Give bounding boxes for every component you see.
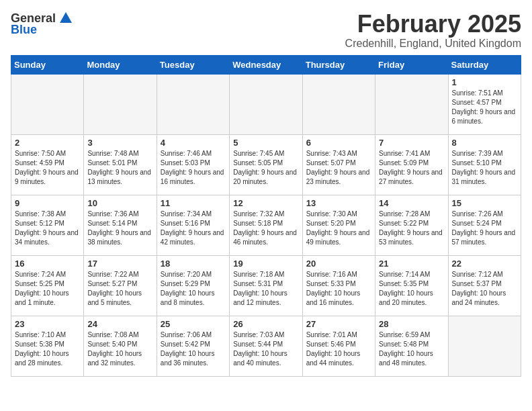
day-number: 17 xyxy=(87,259,152,269)
day-info: Sunrise: 7:51 AM Sunset: 4:57 PM Dayligh… xyxy=(452,89,517,126)
location-title: Credenhill, England, United Kingdom xyxy=(345,38,521,50)
calendar-cell: 18Sunrise: 7:20 AM Sunset: 5:29 PM Dayli… xyxy=(157,255,229,316)
day-number: 20 xyxy=(306,259,371,269)
svg-marker-0 xyxy=(60,12,72,23)
calendar-cell: 13Sunrise: 7:30 AM Sunset: 5:20 PM Dayli… xyxy=(302,195,375,255)
day-number: 19 xyxy=(233,259,298,269)
week-row-1: 1Sunrise: 7:51 AM Sunset: 4:57 PM Daylig… xyxy=(11,74,521,134)
day-info: Sunrise: 7:26 AM Sunset: 5:24 PM Dayligh… xyxy=(452,210,517,247)
day-info: Sunrise: 7:34 AM Sunset: 5:16 PM Dayligh… xyxy=(161,210,226,247)
calendar-cell xyxy=(302,74,375,134)
week-row-2: 2Sunrise: 7:50 AM Sunset: 4:59 PM Daylig… xyxy=(11,134,521,195)
day-number: 26 xyxy=(233,319,298,329)
calendar-cell: 15Sunrise: 7:26 AM Sunset: 5:24 PM Dayli… xyxy=(448,195,521,255)
day-number: 23 xyxy=(15,319,80,329)
day-number: 2 xyxy=(15,138,80,148)
calendar-cell: 17Sunrise: 7:22 AM Sunset: 5:27 PM Dayli… xyxy=(84,255,157,316)
day-info: Sunrise: 7:01 AM Sunset: 5:46 PM Dayligh… xyxy=(306,330,371,368)
header: General Blue February 2025 Credenhill, E… xyxy=(11,11,521,50)
day-info: Sunrise: 7:08 AM Sunset: 5:40 PM Dayligh… xyxy=(87,330,152,368)
day-info: Sunrise: 7:16 AM Sunset: 5:33 PM Dayligh… xyxy=(306,270,371,308)
day-number: 14 xyxy=(379,198,444,208)
calendar-cell: 3Sunrise: 7:48 AM Sunset: 5:01 PM Daylig… xyxy=(84,134,157,195)
day-info: Sunrise: 7:22 AM Sunset: 5:27 PM Dayligh… xyxy=(87,270,152,308)
calendar-weekday-monday: Monday xyxy=(84,55,157,74)
week-row-3: 9Sunrise: 7:38 AM Sunset: 5:12 PM Daylig… xyxy=(11,195,521,255)
calendar-weekday-thursday: Thursday xyxy=(302,55,375,74)
day-number: 10 xyxy=(87,198,152,208)
day-info: Sunrise: 6:59 AM Sunset: 5:48 PM Dayligh… xyxy=(379,330,444,368)
calendar-weekday-wednesday: Wednesday xyxy=(230,55,302,74)
calendar-cell: 4Sunrise: 7:46 AM Sunset: 5:03 PM Daylig… xyxy=(157,134,229,195)
day-info: Sunrise: 7:36 AM Sunset: 5:14 PM Dayligh… xyxy=(87,210,152,247)
day-number: 24 xyxy=(87,319,152,329)
day-info: Sunrise: 7:20 AM Sunset: 5:29 PM Dayligh… xyxy=(161,270,226,308)
day-info: Sunrise: 7:18 AM Sunset: 5:31 PM Dayligh… xyxy=(233,270,298,308)
calendar-weekday-tuesday: Tuesday xyxy=(157,55,229,74)
day-info: Sunrise: 7:43 AM Sunset: 5:07 PM Dayligh… xyxy=(306,149,371,187)
day-number: 7 xyxy=(379,138,444,148)
calendar-cell: 25Sunrise: 7:06 AM Sunset: 5:42 PM Dayli… xyxy=(157,316,229,376)
day-info: Sunrise: 7:06 AM Sunset: 5:42 PM Dayligh… xyxy=(161,330,226,368)
day-info: Sunrise: 7:45 AM Sunset: 5:05 PM Dayligh… xyxy=(233,149,298,187)
calendar-cell: 9Sunrise: 7:38 AM Sunset: 5:12 PM Daylig… xyxy=(11,195,84,255)
calendar-cell: 24Sunrise: 7:08 AM Sunset: 5:40 PM Dayli… xyxy=(84,316,157,376)
logo-blue: Blue xyxy=(11,23,37,37)
day-number: 15 xyxy=(452,198,517,208)
day-number: 1 xyxy=(452,77,517,87)
title-area: February 2025 Credenhill, England, Unite… xyxy=(345,11,521,50)
calendar-cell xyxy=(157,74,229,134)
month-title: February 2025 xyxy=(345,11,521,38)
calendar-cell: 19Sunrise: 7:18 AM Sunset: 5:31 PM Dayli… xyxy=(230,255,302,316)
day-info: Sunrise: 7:14 AM Sunset: 5:35 PM Dayligh… xyxy=(379,270,444,308)
calendar-cell: 2Sunrise: 7:50 AM Sunset: 4:59 PM Daylig… xyxy=(11,134,84,195)
logo: General Blue xyxy=(11,11,73,37)
calendar-cell: 14Sunrise: 7:28 AM Sunset: 5:22 PM Dayli… xyxy=(375,195,448,255)
day-number: 9 xyxy=(15,198,80,208)
day-info: Sunrise: 7:24 AM Sunset: 5:25 PM Dayligh… xyxy=(15,270,80,308)
day-info: Sunrise: 7:10 AM Sunset: 5:38 PM Dayligh… xyxy=(15,330,80,368)
day-info: Sunrise: 7:46 AM Sunset: 5:03 PM Dayligh… xyxy=(161,149,226,187)
day-info: Sunrise: 7:32 AM Sunset: 5:18 PM Dayligh… xyxy=(233,210,298,247)
day-number: 6 xyxy=(306,138,371,148)
calendar-cell xyxy=(375,74,448,134)
calendar-cell: 20Sunrise: 7:16 AM Sunset: 5:33 PM Dayli… xyxy=(302,255,375,316)
day-number: 11 xyxy=(161,198,226,208)
calendar: SundayMondayTuesdayWednesdayThursdayFrid… xyxy=(11,55,521,377)
day-number: 4 xyxy=(161,138,226,148)
week-row-5: 23Sunrise: 7:10 AM Sunset: 5:38 PM Dayli… xyxy=(11,316,521,376)
day-info: Sunrise: 7:41 AM Sunset: 5:09 PM Dayligh… xyxy=(379,149,444,187)
day-info: Sunrise: 7:50 AM Sunset: 4:59 PM Dayligh… xyxy=(15,149,80,187)
day-number: 13 xyxy=(306,198,371,208)
calendar-cell: 1Sunrise: 7:51 AM Sunset: 4:57 PM Daylig… xyxy=(448,74,521,134)
calendar-header-row: SundayMondayTuesdayWednesdayThursdayFrid… xyxy=(11,55,521,74)
calendar-cell xyxy=(11,74,84,134)
calendar-cell: 12Sunrise: 7:32 AM Sunset: 5:18 PM Dayli… xyxy=(230,195,302,255)
calendar-cell: 5Sunrise: 7:45 AM Sunset: 5:05 PM Daylig… xyxy=(230,134,302,195)
calendar-cell xyxy=(230,74,302,134)
calendar-cell: 27Sunrise: 7:01 AM Sunset: 5:46 PM Dayli… xyxy=(302,316,375,376)
day-number: 16 xyxy=(15,259,80,269)
day-info: Sunrise: 7:28 AM Sunset: 5:22 PM Dayligh… xyxy=(379,210,444,247)
day-number: 21 xyxy=(379,259,444,269)
day-info: Sunrise: 7:38 AM Sunset: 5:12 PM Dayligh… xyxy=(15,210,80,247)
day-info: Sunrise: 7:12 AM Sunset: 5:37 PM Dayligh… xyxy=(452,270,517,308)
calendar-cell: 28Sunrise: 6:59 AM Sunset: 5:48 PM Dayli… xyxy=(375,316,448,376)
calendar-cell: 22Sunrise: 7:12 AM Sunset: 5:37 PM Dayli… xyxy=(448,255,521,316)
calendar-cell xyxy=(448,316,521,376)
calendar-weekday-saturday: Saturday xyxy=(448,55,521,74)
day-info: Sunrise: 7:03 AM Sunset: 5:44 PM Dayligh… xyxy=(233,330,298,368)
day-number: 5 xyxy=(233,138,298,148)
calendar-cell: 10Sunrise: 7:36 AM Sunset: 5:14 PM Dayli… xyxy=(84,195,157,255)
calendar-weekday-sunday: Sunday xyxy=(11,55,84,74)
day-number: 3 xyxy=(87,138,152,148)
day-number: 27 xyxy=(306,319,371,329)
day-number: 12 xyxy=(233,198,298,208)
day-number: 25 xyxy=(161,319,226,329)
calendar-weekday-friday: Friday xyxy=(375,55,448,74)
day-number: 22 xyxy=(452,259,517,269)
calendar-cell: 26Sunrise: 7:03 AM Sunset: 5:44 PM Dayli… xyxy=(230,316,302,376)
day-info: Sunrise: 7:30 AM Sunset: 5:20 PM Dayligh… xyxy=(306,210,371,247)
day-info: Sunrise: 7:48 AM Sunset: 5:01 PM Dayligh… xyxy=(87,149,152,187)
day-info: Sunrise: 7:39 AM Sunset: 5:10 PM Dayligh… xyxy=(452,149,517,187)
